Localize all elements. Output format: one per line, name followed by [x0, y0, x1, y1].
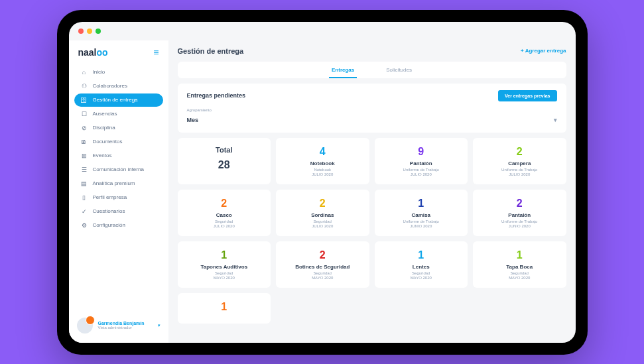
card-title: Campera — [478, 160, 561, 166]
maximize-dot[interactable] — [96, 29, 101, 34]
section-header: Entregas pendientes Ver entregas previas — [187, 90, 557, 101]
card-title: Tapones Auditivos — [183, 264, 266, 270]
sidebar: naaloo ≡ ⌂Inicio⚇Colaboradores⚿Gestión d… — [69, 40, 168, 343]
nav-icon: ☰ — [81, 166, 88, 173]
nav-label: Eventos — [93, 152, 112, 158]
menu-toggle-icon[interactable]: ≡ — [153, 47, 159, 58]
card-date: MAYO 2020 — [183, 276, 266, 280]
card-title: Lentes — [380, 264, 463, 270]
card-count: 1 — [478, 249, 561, 261]
card-date: JULIO 2020 — [281, 224, 364, 228]
card-subtitle: Seguridad — [281, 219, 364, 223]
sidebar-item-0[interactable]: ⌂Inicio — [74, 66, 163, 79]
card-title: Pantalón — [478, 212, 561, 218]
user-card[interactable]: Garmendia Benjamín Vista administrador ▾ — [69, 312, 168, 339]
card-date: JUNIO 2020 — [478, 224, 561, 228]
sidebar-item-9[interactable]: ▯Perfil empresa — [74, 191, 163, 204]
sidebar-item-4[interactable]: ⊘Disciplina — [74, 121, 163, 135]
view-previous-button[interactable]: Ver entregas previas — [498, 90, 557, 101]
tab-0[interactable]: Entregas — [329, 67, 357, 78]
main-content: Gestión de entrega + Agregar entrega Ent… — [168, 40, 576, 343]
avatar — [77, 318, 93, 334]
card-subtitle: Uniforme de Trabajo — [380, 168, 463, 172]
sidebar-item-7[interactable]: ☰Comunicación interna — [74, 163, 163, 176]
chevron-down-icon[interactable]: ▾ — [158, 323, 161, 328]
card-count: 2 — [281, 198, 364, 210]
page-title: Gestión de entrega — [178, 47, 244, 55]
nav-icon: ⌂ — [81, 69, 88, 76]
card-date: JULIO 2020 — [380, 172, 463, 176]
item-card-11[interactable]: 1 — [178, 293, 271, 324]
tab-1[interactable]: Solicitudes — [383, 67, 415, 78]
card-count: 2 — [281, 249, 364, 261]
chevron-down-icon: ▾ — [554, 117, 557, 123]
card-count: 1 — [183, 301, 266, 313]
item-card-2[interactable]: 2CamperaUniforme de TrabajoJULIO 2020 — [473, 138, 566, 184]
card-count: 9 — [380, 146, 463, 158]
group-label: Agrupamiento — [187, 108, 557, 112]
nav-label: Comunicación interna — [93, 166, 144, 172]
item-card-0[interactable]: 4NotebookNotebookJULIO 2020 — [276, 138, 369, 184]
item-card-1[interactable]: 9PantalónUniforme de TrabajoJULIO 2020 — [375, 138, 468, 184]
card-date: JUNIO 2020 — [380, 224, 463, 228]
nav-icon: ⚿ — [81, 97, 88, 103]
nav-icon: ⚇ — [81, 83, 88, 90]
card-title: Pantalón — [380, 160, 463, 166]
nav-label: Colaboradores — [93, 83, 127, 89]
item-card-7[interactable]: 1Tapones AuditivosSeguridadMAYO 2020 — [178, 241, 271, 288]
nav-icon: 🗎 — [81, 139, 88, 145]
minimize-dot[interactable] — [87, 29, 92, 34]
sidebar-item-10[interactable]: ✓Cuestionarios — [74, 205, 163, 218]
card-count: 1 — [380, 198, 463, 210]
nav-icon: ▯ — [81, 194, 88, 201]
card-date: MAYO 2020 — [478, 276, 561, 280]
sidebar-item-6[interactable]: ⊞Eventos — [74, 149, 163, 162]
card-subtitle: Uniforme de Trabajo — [478, 168, 561, 172]
total-label: Total — [183, 146, 266, 154]
item-card-6[interactable]: 2PantalónUniforme de TrabajoJUNIO 2020 — [473, 190, 566, 236]
card-title: Casco — [183, 212, 266, 218]
card-title: Camisa — [380, 212, 463, 218]
nav-label: Configuración — [93, 222, 125, 228]
card-count: 2 — [478, 198, 561, 210]
item-card-4[interactable]: 2SordinasSeguridadJULIO 2020 — [276, 190, 369, 236]
item-card-3[interactable]: 2CascoSeguridadJULIO 2020 — [178, 190, 271, 236]
sidebar-item-1[interactable]: ⚇Colaboradores — [74, 80, 163, 93]
nav-icon: ☐ — [81, 111, 88, 117]
close-dot[interactable] — [78, 29, 84, 34]
sidebar-item-5[interactable]: 🗎Documentos — [74, 135, 163, 149]
tablet-frame: naaloo ≡ ⌂Inicio⚇Colaboradores⚿Gestión d… — [57, 10, 588, 355]
group-value: Mes — [187, 117, 199, 123]
user-name: Garmendia Benjamín — [98, 321, 153, 326]
card-count: 1 — [183, 249, 266, 261]
card-subtitle: Uniforme de Trabajo — [478, 219, 561, 223]
sidebar-item-2[interactable]: ⚿Gestión de entrega — [74, 93, 163, 107]
cards-grid: Total284NotebookNotebookJULIO 20209Panta… — [178, 138, 566, 324]
item-card-8[interactable]: 2Botines de SeguridadSeguridadMAYO 2020 — [276, 241, 369, 288]
item-card-9[interactable]: 1LentesSeguridadMAYO 2020 — [375, 241, 468, 288]
card-title: Botines de Seguridad — [281, 264, 364, 270]
nav-label: Ausencias — [93, 111, 117, 117]
card-date: JULIO 2020 — [183, 224, 266, 228]
page-header: Gestión de entrega + Agregar entrega — [178, 44, 566, 62]
logo-row: naaloo ≡ — [69, 44, 168, 64]
nav-label: Documentos — [93, 139, 123, 145]
nav-label: Gestión de entrega — [93, 97, 138, 103]
logo-a: naal — [78, 47, 97, 58]
group-select[interactable]: Mes ▾ — [187, 114, 557, 126]
sidebar-item-3[interactable]: ☐Ausencias — [74, 107, 163, 121]
sidebar-item-8[interactable]: ▤Analítica premium — [74, 177, 163, 190]
sidebar-item-11[interactable]: ⚙Configuración — [74, 219, 163, 232]
card-date: MAYO 2020 — [281, 276, 364, 280]
add-entrega-button[interactable]: + Agregar entrega — [521, 48, 566, 54]
card-count: 4 — [281, 146, 364, 158]
tab-list: EntregasSolicitudes — [178, 67, 566, 78]
item-card-10[interactable]: 1Tapa BocaSeguridadMAYO 2020 — [473, 241, 566, 288]
nav-icon: ⊞ — [81, 152, 88, 159]
nav-icon: ⚙ — [81, 222, 88, 229]
nav-label: Disciplina — [93, 125, 115, 131]
card-subtitle: Seguridad — [183, 219, 266, 223]
logo: naaloo — [78, 47, 108, 58]
item-card-5[interactable]: 1CamisaUniforme de TrabajoJUNIO 2020 — [375, 190, 468, 236]
logo-b: oo — [97, 47, 108, 58]
